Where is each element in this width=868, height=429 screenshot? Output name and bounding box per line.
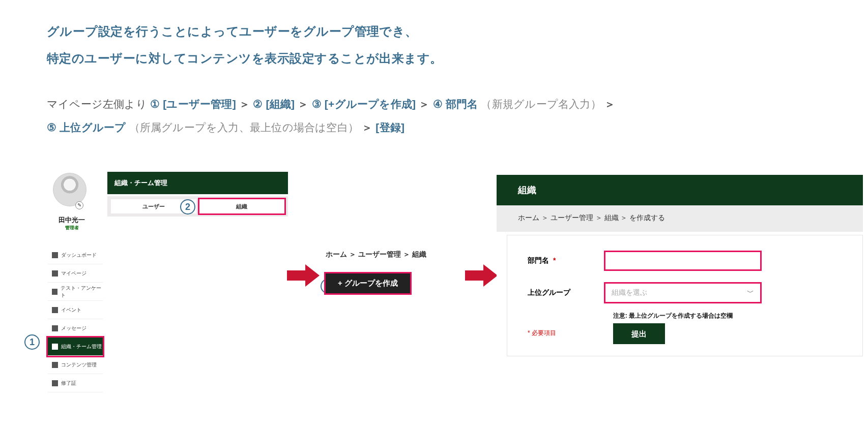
label-department: 部門名 * bbox=[528, 256, 604, 265]
crumb-home[interactable]: ホーム bbox=[326, 250, 347, 258]
create-group-label: + グループを作成 bbox=[338, 279, 398, 288]
parent-group-select[interactable]: 組織を選ぶ ﹀ bbox=[604, 282, 762, 303]
nav-cert[interactable]: 修了証 bbox=[48, 374, 103, 392]
nav-contents[interactable]: コンテンツ管理 bbox=[48, 356, 103, 374]
nav-mypage-label: マイページ bbox=[61, 270, 86, 277]
nav-mypage[interactable]: マイページ bbox=[48, 264, 103, 283]
rcrumb-sep: ＞ bbox=[620, 213, 627, 222]
nav-org-team[interactable]: 組織・チーム管理 bbox=[48, 338, 103, 356]
step-5-note: （所属グループを入力、最上位の場合は空白） bbox=[129, 121, 359, 133]
step-5-label: 上位グループ bbox=[60, 121, 126, 133]
rcrumb-org[interactable]: 組織 bbox=[604, 213, 619, 222]
crumb-usermgmt[interactable]: ユーザー管理 bbox=[358, 250, 401, 258]
right-breadcrumb: ホーム ＞ ユーザー管理 ＞ 組織 ＞ を作成する bbox=[497, 205, 863, 232]
arrow: ＞ bbox=[298, 98, 308, 110]
content-icon bbox=[52, 362, 58, 368]
nav-event[interactable]: イベント bbox=[48, 301, 103, 319]
step-3-label: [+グループを作成] bbox=[325, 98, 416, 110]
create-group-button[interactable]: + グループを作成 bbox=[326, 273, 410, 293]
nav-test[interactable]: テスト・アンケート bbox=[48, 283, 103, 301]
summary-line1: グループ設定を行うことによってユーザーをグループ管理でき、 bbox=[47, 18, 443, 45]
nav-dashboard[interactable]: ダッシュボード bbox=[48, 246, 103, 264]
arrow: ＞ bbox=[604, 98, 615, 110]
required-star: * bbox=[528, 329, 530, 336]
tabs-bar: ユーザー 組織 bbox=[107, 196, 288, 217]
final-label: [登録] bbox=[375, 121, 404, 133]
required-note-text: 必要項目 bbox=[532, 329, 556, 336]
user-name: 田中光一 bbox=[44, 216, 100, 225]
nav-event-label: イベント bbox=[61, 307, 81, 314]
screenshot-right: 組織 ホーム ＞ ユーザー管理 ＞ 組織 ＞ を作成する 部門名 * 上位グルー… bbox=[497, 175, 863, 356]
nav-dashboard-label: ダッシュボード bbox=[61, 252, 97, 259]
step-4: ④ bbox=[433, 98, 443, 110]
marker-1: 1 bbox=[24, 334, 40, 350]
people-icon bbox=[52, 344, 58, 350]
instruction-block: マイページ左側より ① [ユーザー管理] ＞ ② [組織] ＞ ③ [+グループ… bbox=[47, 93, 615, 139]
step-4-note: （新規グループ名入力） bbox=[481, 98, 601, 110]
bookmark-icon bbox=[52, 270, 58, 277]
doc-icon bbox=[52, 289, 57, 295]
screenshot-left: ✎ 田中光一 管理者 組織・チーム管理 ユーザー 組織 ダッシュボード マイペー… bbox=[44, 172, 288, 385]
panel-title: 組織・チーム管理 bbox=[114, 178, 167, 188]
department-input[interactable] bbox=[604, 251, 762, 271]
rcrumb-sep: ＞ bbox=[541, 213, 548, 222]
step-1: ① bbox=[150, 98, 160, 110]
crumb-org[interactable]: 組織 bbox=[412, 250, 426, 258]
right-header-title: 組織 bbox=[518, 185, 536, 195]
marker-2: 2 bbox=[180, 199, 195, 214]
step-2: ② bbox=[253, 98, 263, 110]
nav-message[interactable]: メッセージ bbox=[48, 319, 103, 338]
required-star: * bbox=[553, 256, 556, 264]
step-5: ⑤ bbox=[47, 121, 56, 133]
tab-org-label: 組織 bbox=[236, 203, 247, 210]
medal-icon bbox=[52, 380, 58, 386]
grid-icon bbox=[52, 252, 58, 258]
nav-contents-label: コンテンツ管理 bbox=[61, 361, 97, 369]
submit-label: 提出 bbox=[631, 329, 647, 338]
parent-select-wrap: 組織を選ぶ ﹀ bbox=[604, 282, 852, 303]
crumb-sep: ＞ bbox=[349, 250, 356, 258]
tab-user-label: ユーザー bbox=[142, 203, 165, 210]
step-2-label: [組織] bbox=[266, 98, 295, 110]
label-parent-group: 上位グループ bbox=[528, 288, 604, 297]
summary-block: グループ設定を行うことによってユーザーをグループ管理でき、 特定のユーザーに対し… bbox=[47, 18, 443, 72]
step-4-label: 部門名 bbox=[446, 98, 478, 110]
instr-prefix: マイページ左側より bbox=[47, 98, 147, 110]
summary-line2: 特定のユーザーに対してコンテンツを表示設定することが出来ます。 bbox=[47, 45, 443, 72]
right-panel-header: 組織 bbox=[497, 175, 863, 205]
select-placeholder: 組織を選ぶ bbox=[612, 288, 647, 297]
chevron-down-icon: ﹀ bbox=[747, 288, 754, 297]
row-parent-group: 上位グループ 組織を選ぶ ﹀ bbox=[528, 282, 852, 303]
rcrumb-create: を作成する bbox=[629, 213, 665, 222]
form-card: 部門名 * 上位グループ 組織を選ぶ ﹀ 注意: 最上位グループを作成する場合は… bbox=[507, 235, 863, 356]
edit-avatar-icon[interactable]: ✎ bbox=[75, 201, 83, 209]
panel-header: 組織・チーム管理 bbox=[107, 172, 288, 194]
row-department: 部門名 * bbox=[528, 251, 852, 271]
arrow: ＞ bbox=[419, 98, 429, 110]
nav-cert-label: 修了証 bbox=[61, 380, 76, 387]
avatar[interactable] bbox=[53, 173, 86, 206]
step-1-label: [ユーザー管理] bbox=[163, 98, 236, 110]
rcrumb-sep: ＞ bbox=[595, 213, 602, 222]
rcrumb-home[interactable]: ホーム bbox=[518, 213, 539, 222]
required-note: * 必要項目 bbox=[528, 329, 852, 338]
arrow: ＞ bbox=[239, 98, 250, 110]
megaphone-icon bbox=[52, 307, 58, 313]
nav-orgteam-label: 組織・チーム管理 bbox=[61, 343, 102, 350]
nav-test-label: テスト・アンケート bbox=[61, 285, 103, 299]
tab-organization[interactable]: 組織 bbox=[199, 199, 285, 213]
user-role: 管理者 bbox=[44, 225, 100, 231]
crumb-sep: ＞ bbox=[403, 250, 410, 258]
arrow: ＞ bbox=[362, 121, 372, 133]
side-nav: ダッシュボード マイページ テスト・アンケート イベント メッセージ 組織・チー… bbox=[48, 246, 103, 392]
chat-icon bbox=[52, 325, 58, 331]
nav-message-label: メッセージ bbox=[61, 325, 86, 332]
label-department-text: 部門名 bbox=[528, 256, 549, 264]
step-3: ③ bbox=[312, 98, 322, 110]
breadcrumb: ホーム ＞ ユーザー管理 ＞ 組織 bbox=[326, 250, 453, 259]
rcrumb-usermgmt[interactable]: ユーザー管理 bbox=[551, 213, 593, 222]
parent-group-note: 注意: 最上位グループを作成する場合は空欄 bbox=[613, 312, 852, 320]
submit-button[interactable]: 提出 bbox=[613, 323, 665, 344]
department-input-wrap bbox=[604, 251, 852, 271]
screenshot-mid: ホーム ＞ ユーザー管理 ＞ 組織 + グループを作成 bbox=[326, 250, 453, 311]
